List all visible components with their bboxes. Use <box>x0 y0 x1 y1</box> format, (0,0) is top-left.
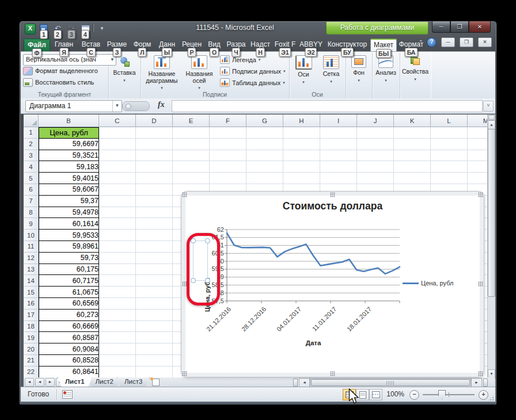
next-sheet-button[interactable]: ► <box>45 378 55 387</box>
grid-cell[interactable] <box>136 310 173 321</box>
tab-split-handle[interactable] <box>483 379 488 387</box>
grid-cell[interactable] <box>283 139 320 150</box>
grid-cell[interactable] <box>99 264 136 276</box>
cell-B3[interactable]: 59,3521 <box>39 150 99 162</box>
cell-B1[interactable]: Цена, рубл <box>39 127 99 139</box>
column-header-M[interactable]: M <box>468 114 487 127</box>
tab-Разра[interactable]: РазраЧ <box>224 39 248 51</box>
chart-resize-handle[interactable] <box>478 371 483 376</box>
grid-cell[interactable] <box>136 264 173 276</box>
row-header-3[interactable]: 3 <box>24 150 39 162</box>
grid-cell[interactable] <box>136 253 173 264</box>
formula-input[interactable] <box>172 100 483 112</box>
cell-B5[interactable]: 59,4015 <box>39 173 99 184</box>
column-header-E[interactable]: E <box>173 114 210 127</box>
grid-cell[interactable] <box>210 127 246 139</box>
chart-title-button[interactable]: Название диаграммы ▾ <box>143 54 181 91</box>
sheet-tab-Лист2[interactable]: Лист2 <box>88 377 121 387</box>
page-break-view-button[interactable] <box>369 389 382 400</box>
tab-split-handle[interactable] <box>293 379 298 387</box>
cell-B11[interactable]: 59,8961 <box>39 241 99 253</box>
grid-cell[interactable] <box>99 253 136 264</box>
grid-cell[interactable] <box>136 196 173 207</box>
axes-button[interactable]: Оси ▾ <box>291 54 316 85</box>
grid-cell[interactable] <box>136 298 173 310</box>
grid-cell[interactable] <box>136 161 173 173</box>
grid-cell[interactable] <box>210 161 246 173</box>
cell-B20[interactable]: 60,9084 <box>39 343 99 355</box>
grid-cell[interactable] <box>431 127 468 139</box>
grid-cell[interactable] <box>357 161 394 173</box>
row-header-11[interactable]: 11 <box>24 241 39 253</box>
grid-cell[interactable] <box>136 150 173 162</box>
grid-cell[interactable] <box>394 127 431 139</box>
prev-sheet-button[interactable]: ◄ <box>35 378 44 387</box>
grid-cell[interactable] <box>136 343 173 355</box>
row-header-5[interactable]: 5 <box>24 173 39 184</box>
grid-cell[interactable] <box>210 139 246 150</box>
cell-B9[interactable]: 60,1614 <box>39 218 99 230</box>
chart-legend[interactable]: Цена, рубл <box>403 280 453 287</box>
grid-cell[interactable] <box>357 173 394 184</box>
grid-cell[interactable] <box>136 321 173 333</box>
column-header-L[interactable]: L <box>431 114 468 127</box>
grid-cell[interactable] <box>468 161 487 173</box>
tab-Макет[interactable]: МакетБЫ <box>370 39 397 52</box>
tab-ABBYY[interactable]: ABBYYЭ2 <box>298 39 324 51</box>
sheet-tab-Лист1[interactable]: Лист1 <box>58 377 92 387</box>
grid-cell[interactable] <box>468 150 487 162</box>
form-button[interactable]: 4 <box>79 23 91 33</box>
grid-cell[interactable] <box>99 139 136 150</box>
tab-Конструктор[interactable]: КонструкторБУ <box>324 39 370 51</box>
scroll-right-icon[interactable]: ► <box>471 378 482 387</box>
select-all-corner[interactable] <box>24 114 39 127</box>
split-handle[interactable] <box>488 115 495 120</box>
grid-cell[interactable] <box>99 298 136 310</box>
row-header-22[interactable]: 22 <box>24 366 39 377</box>
chart-resize-handle[interactable] <box>330 371 335 376</box>
grid-cell[interactable] <box>468 127 487 139</box>
grid-cell[interactable] <box>136 173 173 184</box>
grid-cell[interactable] <box>320 161 357 173</box>
row-header-16[interactable]: 16 <box>24 298 39 310</box>
grid-cell[interactable] <box>136 332 173 343</box>
column-header-F[interactable]: F <box>210 114 246 127</box>
cell-B22[interactable]: 60,8641 <box>39 366 99 377</box>
grid-cell[interactable] <box>99 173 136 184</box>
workbook-close-button[interactable]: ✕ <box>478 37 492 47</box>
save-button[interactable]: 1 <box>38 23 50 33</box>
grid-cell[interactable] <box>431 139 468 150</box>
grid-cell[interactable] <box>136 127 173 139</box>
tab-Главн[interactable]: ГлавнЯ <box>50 39 78 51</box>
grid-cell[interactable] <box>320 139 357 150</box>
grid-cell[interactable] <box>210 150 246 162</box>
column-header-J[interactable]: J <box>357 114 394 127</box>
grid-cell[interactable] <box>99 241 136 253</box>
grid-cell[interactable] <box>99 230 136 241</box>
grid-cell[interactable] <box>99 218 136 230</box>
cell-B16[interactable]: 60,6569 <box>39 298 99 310</box>
chart-resize-handle[interactable] <box>182 192 187 197</box>
zoom-level-label[interactable]: 100% <box>386 390 404 398</box>
minimize-ribbon-icon[interactable]: ⌃ <box>419 39 423 45</box>
grid-cell[interactable] <box>99 161 136 173</box>
grid-cell[interactable] <box>431 173 468 184</box>
grid-cell[interactable] <box>210 173 246 184</box>
column-header-G[interactable]: G <box>246 114 283 127</box>
tab-Вид[interactable]: ВидО <box>204 39 224 51</box>
grid-cell[interactable] <box>283 173 320 184</box>
macro-record-icon[interactable] <box>62 390 73 399</box>
grid-cell[interactable] <box>357 150 394 162</box>
grid-cell[interactable] <box>173 161 210 173</box>
grid-cell[interactable] <box>99 332 136 343</box>
scroll-left-icon[interactable]: ◄ <box>299 378 310 387</box>
grid-cell[interactable] <box>283 161 320 173</box>
grid-cell[interactable] <box>173 127 210 139</box>
cell-B13[interactable]: 60,175 <box>39 264 99 276</box>
cell-B4[interactable]: 59,183 <box>39 161 99 173</box>
grid-cell[interactable] <box>136 230 173 241</box>
row-header-21[interactable]: 21 <box>24 355 39 366</box>
name-box[interactable]: Диаграмма 1 ▼ <box>25 100 122 112</box>
row-header-10[interactable]: 10 <box>24 230 39 241</box>
grid-cell[interactable] <box>320 173 357 184</box>
